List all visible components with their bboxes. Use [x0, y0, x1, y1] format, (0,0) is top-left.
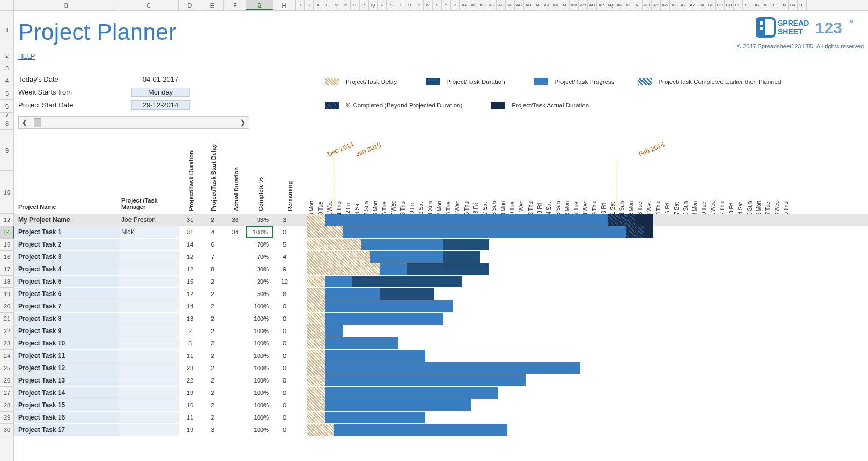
cell-remaining[interactable]: 4: [273, 251, 296, 263]
cell-manager[interactable]: [119, 387, 179, 399]
cell-manager[interactable]: Joe Preston: [119, 214, 179, 226]
cell-manager[interactable]: [119, 263, 179, 275]
table-row[interactable]: Project Task 8132100%0: [14, 313, 868, 325]
cell-duration[interactable]: 11: [179, 350, 201, 362]
cell-complete[interactable]: 70%: [246, 251, 273, 263]
cell-delay[interactable]: 7: [201, 251, 224, 263]
row-header-30[interactable]: 30: [0, 424, 14, 436]
cell-name[interactable]: Project Task 6: [14, 288, 119, 300]
cell-name[interactable]: Project Task 8: [14, 313, 119, 325]
col-header-AW[interactable]: AW: [661, 0, 670, 10]
cell-actual-duration[interactable]: 36: [224, 214, 246, 226]
cell-manager[interactable]: [119, 300, 179, 312]
table-row[interactable]: Project Task 11112100%0: [14, 350, 868, 362]
cell-complete[interactable]: 100%: [246, 424, 273, 436]
col-header-BF[interactable]: BF: [743, 0, 752, 10]
col-header-AT[interactable]: AT: [633, 0, 643, 10]
row-header-10[interactable]: 10: [0, 171, 14, 214]
col-header-BL[interactable]: BL: [798, 0, 807, 10]
grid-body[interactable]: Project Planner HELP © 2017 Spreadsheet1…: [14, 11, 868, 461]
table-row[interactable]: Project Task 1082100%0: [14, 337, 868, 350]
cell-manager[interactable]: [119, 288, 179, 300]
col-header-AU[interactable]: AU: [643, 0, 652, 10]
cell-actual-duration[interactable]: [224, 424, 246, 436]
cell-manager[interactable]: [119, 251, 179, 263]
row-header-2[interactable]: 2: [0, 49, 14, 62]
cell-duration[interactable]: 28: [179, 362, 201, 374]
cell-name[interactable]: My Project Name: [14, 214, 119, 226]
cell-duration[interactable]: 15: [179, 276, 201, 287]
row-header-6[interactable]: 6: [0, 100, 14, 113]
table-row[interactable]: Project Task 612250%6: [14, 288, 868, 300]
cell-actual-duration[interactable]: [224, 362, 246, 374]
col-header-AY[interactable]: AY: [679, 0, 688, 10]
row-header-1[interactable]: 1: [0, 11, 14, 49]
row-header-23[interactable]: 23: [0, 337, 14, 350]
row-header-28[interactable]: 28: [0, 399, 14, 412]
cell-complete[interactable]: 100%: [246, 300, 273, 312]
cell-duration[interactable]: 31: [179, 226, 201, 238]
cell-complete[interactable]: 100%: [246, 362, 273, 374]
cell-remaining[interactable]: 0: [273, 412, 296, 423]
col-header-BD[interactable]: BD: [725, 0, 734, 10]
cell-delay[interactable]: 2: [201, 362, 224, 374]
col-header-AH[interactable]: AH: [524, 0, 533, 10]
cell-actual-duration[interactable]: [224, 350, 246, 362]
col-header-G[interactable]: G: [246, 0, 273, 10]
scrollbar-thumb[interactable]: [34, 118, 41, 127]
col-header-D[interactable]: D: [179, 0, 201, 10]
cell-name[interactable]: Project Task 5: [14, 276, 119, 287]
row-header-3[interactable]: 3: [0, 62, 14, 74]
cell-remaining[interactable]: 0: [273, 337, 296, 349]
cell-manager[interactable]: [119, 362, 179, 374]
table-row[interactable]: Project Task 515220%12: [14, 276, 868, 288]
col-header-Q[interactable]: Q: [369, 0, 378, 10]
col-header-AS[interactable]: AS: [624, 0, 633, 10]
col-header-J[interactable]: J: [305, 0, 314, 10]
table-row[interactable]: Project Task 312770%4: [14, 251, 868, 263]
row-header-25[interactable]: 25: [0, 362, 14, 374]
cell-remaining[interactable]: 0: [273, 399, 296, 411]
cell-actual-duration[interactable]: [224, 387, 246, 399]
cell-name[interactable]: Project Task 17: [14, 424, 119, 436]
row-header-14[interactable]: 14: [0, 226, 14, 239]
table-row[interactable]: Project Task 7142100%0: [14, 300, 868, 313]
col-header-H[interactable]: H: [273, 0, 296, 10]
cell-name[interactable]: Project Task 16: [14, 412, 119, 423]
row-header-22[interactable]: 22: [0, 325, 14, 337]
cell-remaining[interactable]: 6: [273, 288, 296, 300]
cell-manager[interactable]: [119, 325, 179, 337]
cell-remaining[interactable]: 0: [273, 325, 296, 337]
col-header-BK[interactable]: BK: [789, 0, 798, 10]
cell-remaining[interactable]: 9: [273, 263, 296, 275]
cell-remaining[interactable]: 3: [273, 214, 296, 226]
cell-manager[interactable]: [119, 399, 179, 411]
col-header-AZ[interactable]: AZ: [688, 0, 697, 10]
cell-delay[interactable]: 2: [201, 300, 224, 312]
cell-name[interactable]: Project Task 13: [14, 374, 119, 386]
cell-complete[interactable]: 30%: [246, 263, 273, 275]
cell-delay[interactable]: 2: [201, 337, 224, 349]
cell-manager[interactable]: [119, 350, 179, 362]
col-header-AR[interactable]: AR: [615, 0, 624, 10]
cell-remaining[interactable]: 0: [273, 374, 296, 386]
col-header-AE[interactable]: AE: [497, 0, 506, 10]
row-header-18[interactable]: 18: [0, 276, 14, 288]
cell-complete[interactable]: 93%: [246, 214, 273, 226]
cell-remaining[interactable]: 5: [273, 239, 296, 250]
col-header-AP[interactable]: AP: [597, 0, 606, 10]
cell-actual-duration[interactable]: [224, 288, 246, 300]
cell-duration[interactable]: 12: [179, 288, 201, 300]
cell-delay[interactable]: 6: [201, 239, 224, 250]
table-row[interactable]: Project Task 214670%5: [14, 239, 868, 251]
col-header-L[interactable]: L: [323, 0, 332, 10]
col-header-T[interactable]: T: [396, 0, 405, 10]
col-header-Y[interactable]: Y: [442, 0, 451, 10]
cell-delay[interactable]: 2: [201, 214, 224, 226]
row-header-5[interactable]: 5: [0, 87, 14, 100]
timeline-scrollbar[interactable]: ❮ ❯: [18, 116, 249, 129]
table-row[interactable]: Project Task 922100%0: [14, 325, 868, 337]
start-value[interactable]: 29-12-2014: [131, 100, 190, 110]
cell-actual-duration[interactable]: [224, 374, 246, 386]
cell-remaining[interactable]: 0: [273, 424, 296, 436]
